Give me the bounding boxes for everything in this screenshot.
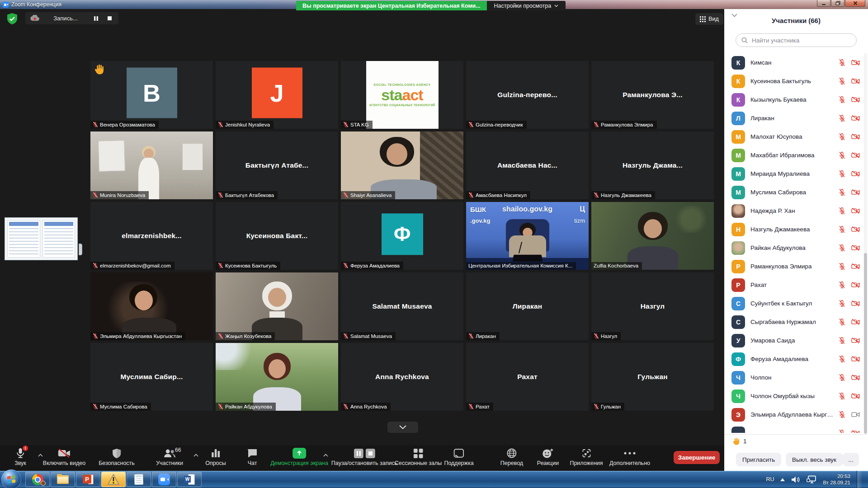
view-mode-button[interactable]: Вид [695, 13, 723, 25]
restore-button[interactable] [831, 0, 844, 7]
participant-row[interactable]: Н Назгуль Джамакеева [724, 220, 868, 239]
taskbar-powerpoint[interactable]: P [76, 472, 100, 487]
toolbar-security[interactable]: Безопасность [99, 448, 135, 466]
video-tile[interactable]: Райкан Абдукулова [216, 343, 338, 411]
participant-row[interactable]: К Кусеинова Бактыгуль [724, 72, 868, 90]
close-button[interactable] [845, 0, 865, 7]
participant-row[interactable]: Р Раманкулова Элмира [724, 257, 868, 276]
video-tile[interactable]: Gulzina-перево... Gulzina-переводчик [466, 61, 589, 129]
participant-row[interactable]: С Сыргабаева Нуржамал [724, 313, 868, 331]
participant-row[interactable]: Р Рахат [724, 276, 868, 294]
video-tile[interactable]: Раманкулова Э... Раманкулова Элмира [591, 61, 714, 129]
video-tile[interactable]: Эльмира Абдуллаева Кыргызстан [90, 272, 213, 340]
video-tile[interactable]: Shaiyr Asanalieva [341, 131, 463, 199]
view-settings-dropdown[interactable]: Настройки просмотра [487, 1, 566, 10]
taskbar-chrome[interactable] [25, 472, 50, 487]
participant-row[interactable]: Л Лиракан [724, 109, 868, 127]
show-desktop-button[interactable] [857, 471, 862, 488]
taskbar-explorer[interactable] [51, 472, 75, 487]
toolbar-reactions[interactable]: Реакции [537, 448, 559, 466]
tile-name-label: Shaiyr Asanalieva [341, 191, 395, 199]
video-tile[interactable]: J Jenishkul Nyralieva [216, 61, 338, 129]
video-tile[interactable]: Лиракан Лиракан [466, 272, 589, 340]
video-tile[interactable]: Anna Rychkova Anna Rychkova [341, 343, 463, 411]
toolbar-apps[interactable]: Приложения [570, 448, 603, 466]
participant-row[interactable]: Ч Чолпон [724, 368, 868, 387]
stop-recording-button[interactable] [105, 14, 114, 23]
participant-row[interactable]: М Махаббат Ибрагимова [724, 146, 868, 164]
mute-all-button[interactable]: Выкл. весь звук [786, 453, 843, 466]
toolbar-share-screen[interactable]: Демонстрация экрана [270, 448, 328, 466]
toolbar-more[interactable]: Дополнительно [609, 448, 650, 466]
video-tile[interactable]: Амасбаева Нас... Амасбаева Насипкул [466, 131, 589, 199]
video-tile[interactable]: Назгуль Джама... Назгуль Джамакеева [591, 131, 714, 199]
toolbar-chat[interactable]: Чат [247, 448, 257, 466]
thumbnail-drag-handle[interactable] [79, 244, 82, 255]
toolbar-video[interactable]: Включить видео [43, 448, 85, 466]
video-tile[interactable]: Рахат Рахат [466, 343, 589, 411]
tile-name-label: Gulzina-переводчик [466, 121, 527, 129]
muted-mic-icon [839, 355, 845, 363]
footer-more-button[interactable]: ... [843, 453, 859, 466]
taskbar-clock[interactable]: 20:53 Вт 28.09.21 [823, 473, 850, 486]
end-meeting-button[interactable]: Завершение [674, 451, 720, 464]
participant-row[interactable] [724, 424, 868, 433]
taskbar-apps: P W [25, 472, 202, 487]
participant-search-box[interactable] [736, 33, 857, 47]
audio-options-chevron[interactable] [38, 450, 43, 459]
participants-options-chevron[interactable] [193, 450, 198, 459]
language-indicator[interactable]: RU [766, 476, 774, 483]
pause-recording-button[interactable] [91, 14, 100, 23]
video-tile[interactable]: БШКshailoo.gov.kgЦ .gov.kgtizm Центральн… [466, 202, 589, 270]
toolbar-polls[interactable]: Опросы [205, 448, 226, 466]
grid-page-down-button[interactable] [387, 422, 418, 433]
video-tile[interactable]: Munira Noruzbaeva [90, 131, 213, 199]
video-tile[interactable]: B Венера Орозмаматова [90, 61, 213, 129]
participant-row[interactable]: Надежда Р. Хан [724, 202, 868, 220]
participant-row[interactable]: Э Эльмира Абдуллаева Кыргызс... [724, 405, 868, 424]
video-tile[interactable]: Zulfia Kochorbaeva [591, 202, 714, 270]
participant-row[interactable]: С Суйунтбек к Бактыгул [724, 294, 868, 313]
toolbar-pause-stop-record[interactable]: Пауза/остановить запись [331, 448, 397, 466]
video-tile[interactable]: Кусеинова Бакт... Кусеинова Бактыгуль [216, 202, 338, 270]
taskbar-notepad[interactable] [127, 472, 151, 487]
toolbar-support[interactable]: Поддержка [444, 448, 473, 466]
toolbar-participants[interactable]: 66 Участники [156, 448, 183, 466]
participant-row[interactable]: М Мираида Муралиева [724, 164, 868, 183]
video-tile[interactable]: Ф Феруза Амадалиева [341, 202, 463, 270]
participant-row[interactable]: Ф Феруза Амадалиева [724, 350, 868, 368]
sidebar-scrollbar-thumb[interactable] [864, 253, 867, 434]
taskbar-alert[interactable] [101, 472, 126, 487]
participant-row[interactable]: Ч Чолпон Омурбай кызы [724, 387, 868, 405]
start-button[interactable] [1, 469, 21, 488]
volume-icon[interactable] [791, 476, 800, 483]
video-tile[interactable]: Назгул Назгул [591, 272, 714, 340]
participant-row[interactable]: М Малохат Юсупова [724, 127, 868, 146]
video-tile[interactable]: Salamat Musaeva Salamat Musaeva [341, 272, 463, 340]
video-tile[interactable]: Бактыгүл Атабе... Бактыгүл Атабекова [216, 131, 338, 199]
participant-row[interactable]: К Кимсан [724, 53, 868, 72]
video-tile[interactable]: Муслима Сабир... Муслима Сабирова [90, 343, 213, 411]
participant-row[interactable]: У Умарова Саида [724, 331, 868, 350]
toolbar-audio[interactable]: ! Звук [14, 448, 26, 466]
participant-row[interactable]: Райкан Абдукулова [724, 239, 868, 257]
taskbar-word[interactable]: W [177, 472, 202, 487]
video-tile[interactable]: Гульжан Гульжан [591, 343, 714, 411]
participant-row[interactable]: М Муслима Сабирова [724, 183, 868, 202]
video-tile[interactable]: Жаңыл Козубекова [216, 272, 338, 340]
participant-status-icons [839, 151, 860, 159]
invite-button[interactable]: Пригласить [736, 453, 781, 466]
minimize-button[interactable] [817, 0, 830, 7]
meeting-security-shield-icon[interactable] [6, 13, 18, 25]
participant-row[interactable]: К Кызылкуль Букаева [724, 90, 868, 109]
taskbar-zoom[interactable] [152, 472, 176, 487]
network-icon[interactable] [807, 475, 816, 483]
share-options-chevron[interactable] [323, 450, 328, 459]
toolbar-breakout-rooms[interactable]: Сессионные залы [395, 448, 442, 466]
toolbar-interpretation[interactable]: Перевод [500, 448, 523, 466]
video-tile[interactable]: elmarzenishbek... elmarzenishbekov@gmail… [90, 202, 213, 270]
tray-expand-arrow[interactable] [780, 476, 785, 481]
search-input[interactable] [751, 37, 851, 44]
shared-screen-thumbnail[interactable] [5, 217, 78, 260]
video-tile[interactable]: SOCIAL TECHNOLOGIES AGENCY staact АГЕНТС… [341, 61, 463, 129]
